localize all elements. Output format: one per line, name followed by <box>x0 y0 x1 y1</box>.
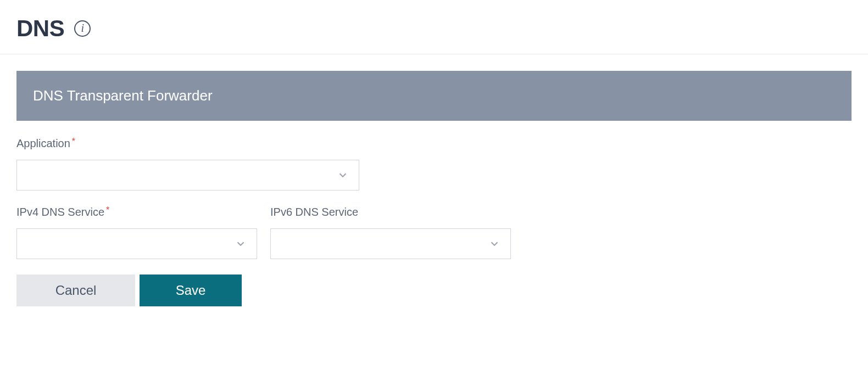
button-row: Cancel Save <box>16 275 852 306</box>
ipv4-label: IPv4 DNS Service <box>16 206 104 219</box>
ipv6-select[interactable] <box>270 228 511 259</box>
info-icon-glyph: i <box>81 23 84 33</box>
ipv6-label-row: IPv6 DNS Service <box>270 206 511 219</box>
page-root: DNS i DNS Transparent Forwarder Applicat… <box>0 0 868 323</box>
cancel-button[interactable]: Cancel <box>16 275 135 306</box>
required-indicator: * <box>106 206 109 215</box>
page-title: DNS <box>16 15 64 42</box>
ipv4-field: IPv4 DNS Service * <box>16 206 257 259</box>
application-field-row: Application * <box>16 137 852 191</box>
required-indicator: * <box>72 137 75 146</box>
section-header: DNS Transparent Forwarder <box>16 71 852 121</box>
chevron-down-icon <box>235 238 247 250</box>
ipv6-field: IPv6 DNS Service <box>270 206 511 259</box>
save-button[interactable]: Save <box>140 275 242 306</box>
dns-services-row: IPv4 DNS Service * IPv6 DNS Service <box>16 206 852 259</box>
application-label-row: Application * <box>16 137 852 150</box>
application-field: Application * <box>16 137 852 191</box>
application-select[interactable] <box>16 160 359 191</box>
page-header: DNS i <box>0 0 868 54</box>
ipv4-label-row: IPv4 DNS Service * <box>16 206 257 219</box>
chevron-down-icon <box>488 238 500 250</box>
info-icon[interactable]: i <box>74 20 91 37</box>
chevron-down-icon <box>337 169 349 181</box>
ipv4-select[interactable] <box>16 228 257 259</box>
ipv6-label: IPv6 DNS Service <box>270 206 358 219</box>
application-label: Application <box>16 137 70 150</box>
page-content: DNS Transparent Forwarder Application * … <box>0 54 868 323</box>
section-title: DNS Transparent Forwarder <box>33 87 213 104</box>
